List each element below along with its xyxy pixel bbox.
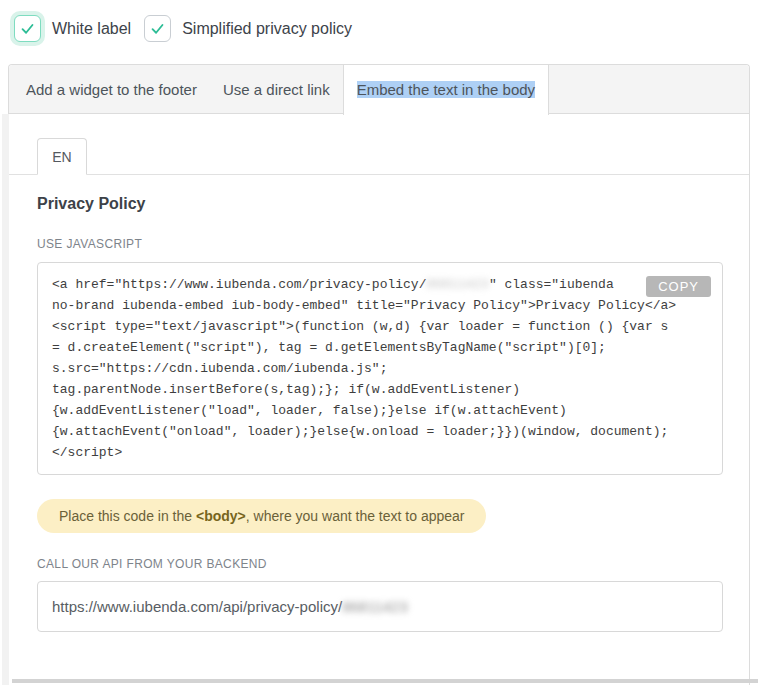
code-line1-prefix: <a href="https://www.iubenda.com/privacy… bbox=[52, 277, 426, 292]
tab-add-widget-footer[interactable]: Add a widget to the footer bbox=[9, 65, 210, 113]
api-url-prefix: https://www.iubenda.com/api/privacy-poli… bbox=[52, 598, 342, 615]
code-line1-suffix: " class="iubenda bbox=[489, 277, 614, 292]
notice-text-before: Place this code in the bbox=[59, 508, 196, 524]
tab-use-direct-link[interactable]: Use a direct link bbox=[210, 65, 343, 113]
code-line: <a href="https://www.iubenda.com/privacy… bbox=[52, 274, 708, 295]
redacted-policy-id: 86811423 bbox=[426, 274, 488, 295]
notice-text-after: , where you want the text to appear bbox=[246, 508, 465, 524]
code-line: </script> bbox=[52, 442, 708, 463]
tab-content: Privacy Policy USE JAVASCRIPT <a href="h… bbox=[9, 195, 749, 632]
api-url-field[interactable]: https://www.iubenda.com/api/privacy-poli… bbox=[37, 581, 723, 632]
simplified-privacy-policy-label: Simplified privacy policy bbox=[182, 20, 352, 38]
code-line: {w.addEventListener("load", loader, fals… bbox=[52, 400, 708, 421]
checkmark-icon bbox=[149, 20, 166, 37]
placement-notice: Place this code in the <body>, where you… bbox=[37, 499, 486, 533]
white-label-label: White label bbox=[52, 20, 131, 38]
language-tab-row: EN bbox=[9, 138, 749, 175]
code-lines: no-brand iubenda-embed iub-body-embed" t… bbox=[52, 295, 708, 463]
copy-button[interactable]: COPY bbox=[646, 276, 711, 297]
simplified-privacy-policy-checkbox[interactable] bbox=[144, 15, 171, 42]
checkmark-icon bbox=[19, 20, 36, 37]
notice-body-tag: <body> bbox=[196, 508, 246, 524]
tab-label-selected-text: Embed the text in the body bbox=[357, 81, 535, 98]
code-line: s.src="https://cdn.iubenda.com/iubenda.j… bbox=[52, 358, 708, 379]
use-javascript-label: USE JAVASCRIPT bbox=[37, 237, 723, 251]
tab-language-en[interactable]: EN bbox=[37, 138, 87, 175]
code-line: {w.attachEvent("onload", loader);}else{w… bbox=[52, 421, 708, 442]
page-title: Privacy Policy bbox=[37, 195, 723, 213]
embed-method-tabbar: Add a widget to the footer Use a direct … bbox=[9, 65, 749, 114]
tab-label: Add a widget to the footer bbox=[26, 81, 197, 98]
page-bottom-edge bbox=[12, 679, 758, 683]
redacted-api-id: 86811423 bbox=[342, 598, 408, 615]
tab-embed-text-body[interactable]: Embed the text in the body bbox=[343, 65, 549, 115]
options-row: White label Simplified privacy policy bbox=[14, 15, 352, 42]
code-line: tag.parentNode.insertBefore(s,tag);}; if… bbox=[52, 379, 708, 400]
code-line: <script type="text/javascript">(function… bbox=[52, 316, 708, 337]
tab-label: Use a direct link bbox=[223, 81, 330, 98]
embed-panel: Add a widget to the footer Use a direct … bbox=[8, 64, 750, 685]
white-label-checkbox[interactable] bbox=[14, 15, 41, 42]
code-line: = d.createElement("script"), tag = d.get… bbox=[52, 337, 708, 358]
code-line: no-brand iubenda-embed iub-body-embed" t… bbox=[52, 295, 708, 316]
call-api-label: CALL OUR API FROM YOUR BACKEND bbox=[37, 557, 723, 571]
javascript-embed-code-field[interactable]: <a href="https://www.iubenda.com/privacy… bbox=[37, 262, 723, 475]
page-background-gutter bbox=[2, 114, 9, 685]
